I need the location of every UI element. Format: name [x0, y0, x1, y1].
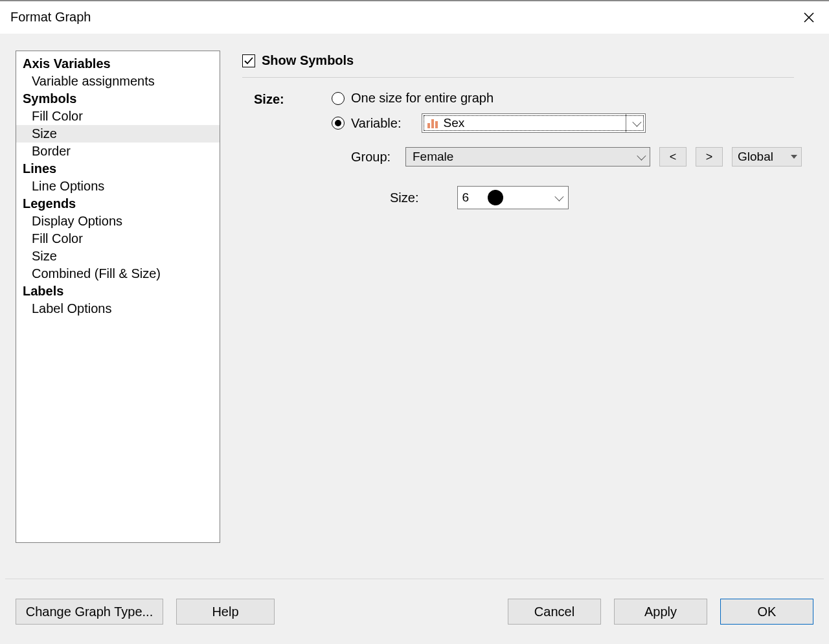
close-button[interactable]	[801, 9, 817, 26]
radio-variable[interactable]	[332, 117, 345, 130]
nav-item-legend-combined[interactable]: Combined (Fill & Size)	[16, 265, 220, 282]
symbol-size-value: 6	[458, 190, 476, 205]
nav-item-legend-fill-color[interactable]: Fill Color	[16, 230, 220, 247]
close-icon	[803, 12, 815, 23]
dialog-footer: Change Graph Type... Help Cancel Apply O…	[0, 579, 829, 644]
variable-value: Sex	[443, 116, 464, 130]
help-button[interactable]: Help	[176, 599, 275, 625]
show-symbols-label: Show Symbols	[262, 53, 354, 68]
symbol-size-label: Size:	[390, 190, 418, 205]
ok-label: OK	[758, 604, 777, 619]
change-graph-type-button[interactable]: Change Graph Type...	[16, 599, 163, 625]
variable-dropdown-button[interactable]	[626, 114, 645, 132]
group-label: Group:	[351, 150, 396, 165]
cancel-label: Cancel	[534, 604, 574, 619]
nav-header-axis-variables: Axis Variables	[16, 55, 220, 73]
chevron-down-icon	[637, 152, 646, 161]
nav-header-labels: Labels	[16, 282, 220, 300]
checkmark-icon	[244, 56, 254, 66]
chevron-down-icon	[555, 192, 564, 201]
category-tree: Axis Variables Variable assignments Symb…	[16, 51, 220, 543]
greater-than-icon: >	[706, 150, 713, 164]
nav-item-line-options[interactable]: Line Options	[16, 178, 220, 195]
global-combobox[interactable]: Global	[732, 147, 802, 167]
change-graph-type-label: Change Graph Type...	[26, 604, 153, 619]
chevron-down-icon	[632, 118, 641, 127]
group-combobox[interactable]: Female	[405, 147, 650, 167]
nav-item-legend-size[interactable]: Size	[16, 247, 220, 265]
group-dropdown-button[interactable]	[631, 154, 650, 160]
help-label: Help	[212, 604, 238, 619]
content-panel: Show Symbols Size: One size for entire g…	[242, 51, 823, 543]
titlebar: Format Graph	[0, 1, 829, 34]
cancel-button[interactable]: Cancel	[508, 599, 601, 625]
less-than-icon: <	[670, 150, 677, 164]
radio-variable-label: Variable:	[351, 116, 401, 131]
group-prev-button[interactable]: <	[659, 147, 687, 167]
show-symbols-checkbox[interactable]	[242, 54, 255, 67]
group-next-button[interactable]: >	[696, 147, 723, 167]
nav-item-border[interactable]: Border	[16, 143, 220, 160]
radio-one-size-label: One size for entire graph	[351, 91, 494, 106]
nav-header-lines: Lines	[16, 160, 220, 178]
symbol-preview-dot-icon	[488, 190, 503, 205]
nav-item-fill-color[interactable]: Fill Color	[16, 108, 220, 125]
window-title: Format Graph	[10, 10, 91, 25]
barchart-icon	[427, 118, 438, 128]
size-section-label: Size:	[254, 91, 332, 107]
symbol-size-combobox[interactable]: 6	[457, 186, 569, 209]
group-value: Female	[406, 150, 631, 164]
nav-header-symbols: Symbols	[16, 90, 220, 108]
global-value: Global	[738, 150, 773, 164]
caret-down-icon	[791, 155, 797, 159]
nav-item-legend-display-options[interactable]: Display Options	[16, 213, 220, 230]
nav-item-label-options[interactable]: Label Options	[16, 300, 220, 317]
variable-combobox[interactable]: Sex	[422, 113, 646, 133]
nav-item-variable-assignments[interactable]: Variable assignments	[16, 73, 220, 90]
ok-button[interactable]: OK	[720, 599, 813, 625]
apply-label: Apply	[644, 604, 677, 619]
nav-header-legends: Legends	[16, 195, 220, 213]
nav-item-size[interactable]: Size	[16, 125, 220, 143]
radio-one-size[interactable]	[332, 92, 345, 105]
apply-button[interactable]: Apply	[614, 599, 707, 625]
